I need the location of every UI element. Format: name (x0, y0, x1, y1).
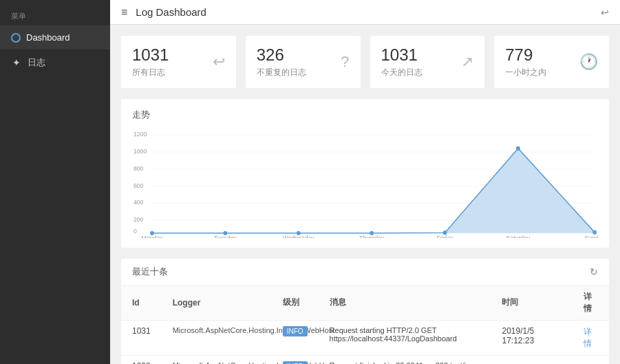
content-area: 1031 所有日志 ↩ 326 不重复的日志 ? 1031 今天的日志 ↗ (110, 25, 620, 364)
stat-number-today-logs: 1031 (381, 45, 423, 65)
cell-level: INFO (272, 320, 319, 355)
sidebar-item-dashboard-label: Dashboard (26, 32, 70, 43)
svg-text:Wednesday: Wednesday (283, 235, 314, 238)
hamburger-button[interactable]: ≡ (121, 6, 127, 19)
stat-icon-unique-logs: ? (341, 53, 349, 71)
svg-text:400: 400 (133, 199, 144, 206)
svg-text:Saturday: Saturday (506, 235, 531, 238)
table-row: 1030 Microsoft.AspNetCore.Hosting.Intern… (121, 355, 609, 364)
cell-detail (573, 355, 609, 364)
col-logger: Logger (162, 286, 272, 321)
stat-number-hour-logs: 779 (505, 45, 546, 65)
chart-title: 走势 (132, 109, 598, 121)
cell-message: Request starting HTTP/2.0 GET https://lo… (319, 320, 491, 355)
logs-icon: ✦ (11, 57, 22, 68)
table-card: 最近十条 ↻ Id Logger 级别 消息 时间 详情 1031 Micros (121, 259, 609, 364)
chart-container: 1200 1000 800 600 400 200 0 (132, 128, 598, 238)
topbar: ≡ Log Dashboard ↩ (110, 0, 620, 25)
cell-logger: Microsoft.AspNetCore.Hosting.Internal.We… (162, 355, 272, 364)
svg-text:Tuesday: Tuesday (214, 235, 237, 238)
level-badge: INFO (283, 361, 308, 364)
svg-text:800: 800 (133, 164, 144, 171)
logs-table: Id Logger 级别 消息 时间 详情 1031 Microsoft.Asp… (121, 286, 609, 364)
table-title: 最近十条 (132, 266, 168, 278)
trend-chart: 1200 1000 800 600 400 200 0 (132, 128, 598, 238)
cell-detail[interactable]: 详情 (573, 320, 609, 355)
cell-time: 2019/1/5 17:12:23 (491, 320, 572, 355)
svg-text:0: 0 (133, 227, 137, 234)
stat-card-all-logs: 1031 所有日志 ↩ (121, 36, 236, 88)
svg-text:1200: 1200 (133, 131, 147, 138)
svg-text:Friday: Friday (436, 235, 453, 238)
svg-point-21 (592, 230, 597, 234)
stat-label-all-logs: 所有日志 (132, 67, 169, 78)
cell-time (491, 355, 572, 364)
svg-text:1000: 1000 (133, 148, 147, 155)
svg-text:600: 600 (133, 182, 144, 189)
stats-row: 1031 所有日志 ↩ 326 不重复的日志 ? 1031 今天的日志 ↗ (121, 36, 609, 88)
svg-text:Thursday: Thursday (359, 235, 385, 238)
table-header-row: 最近十条 ↻ (121, 259, 609, 286)
stat-card-unique-logs: 326 不重复的日志 ? (246, 36, 361, 88)
cell-logger: Microsoft.AspNetCore.Hosting.Internal.We… (162, 320, 272, 355)
back-icon[interactable]: ↩ (601, 7, 609, 18)
stat-card-hour-logs: 779 一小时之内 🕐 (494, 36, 609, 88)
stat-icon-hour-logs: 🕐 (579, 53, 598, 71)
stat-card-today-logs: 1031 今天的日志 ↗ (370, 36, 485, 88)
stat-number-unique-logs: 326 (257, 45, 306, 65)
sidebar-item-logs-label: 日志 (28, 56, 45, 69)
stat-icon-all-logs: ↩ (213, 53, 225, 71)
col-id: Id (121, 286, 162, 321)
cell-id: 1030 (121, 355, 162, 364)
svg-text:Sunday: Sunday (584, 235, 598, 238)
stat-label-today-logs: 今天的日志 (381, 67, 423, 78)
main-content: ≡ Log Dashboard ↩ 1031 所有日志 ↩ 326 不重复的日志… (110, 0, 620, 364)
table-row: 1031 Microsoft.AspNetCore.Hosting.Intern… (121, 320, 609, 355)
stat-icon-today-logs: ↗ (461, 53, 473, 71)
dashboard-icon (11, 33, 21, 43)
svg-point-20 (516, 146, 520, 150)
cell-message: Request finished in 20.0341ms 200 text/j… (319, 355, 491, 364)
sidebar-item-logs[interactable]: ✦ 日志 (0, 50, 110, 76)
stat-label-unique-logs: 不重复的日志 (257, 67, 306, 78)
sidebar-section-label: 菜单 (0, 0, 110, 25)
stat-number-all-logs: 1031 (132, 45, 169, 65)
col-message: 消息 (319, 286, 491, 321)
app-title: Log Dashboard (136, 6, 206, 18)
col-time: 时间 (491, 286, 572, 321)
cell-id: 1031 (121, 320, 162, 355)
level-badge: INFO (283, 326, 308, 336)
svg-text:Monday: Monday (142, 235, 163, 238)
col-detail: 详情 (573, 286, 609, 321)
refresh-button[interactable]: ↻ (590, 266, 598, 277)
stat-label-hour-logs: 一小时之内 (505, 67, 546, 78)
svg-text:200: 200 (133, 216, 144, 223)
table-header: Id Logger 级别 消息 时间 详情 (121, 286, 609, 321)
chart-card: 走势 1200 1000 800 600 400 200 0 (121, 99, 609, 248)
sidebar: 菜单 Dashboard ✦ 日志 (0, 0, 110, 364)
detail-link[interactable]: 详情 (584, 327, 592, 348)
sidebar-item-dashboard[interactable]: Dashboard (0, 25, 110, 50)
col-level: 级别 (272, 286, 319, 321)
